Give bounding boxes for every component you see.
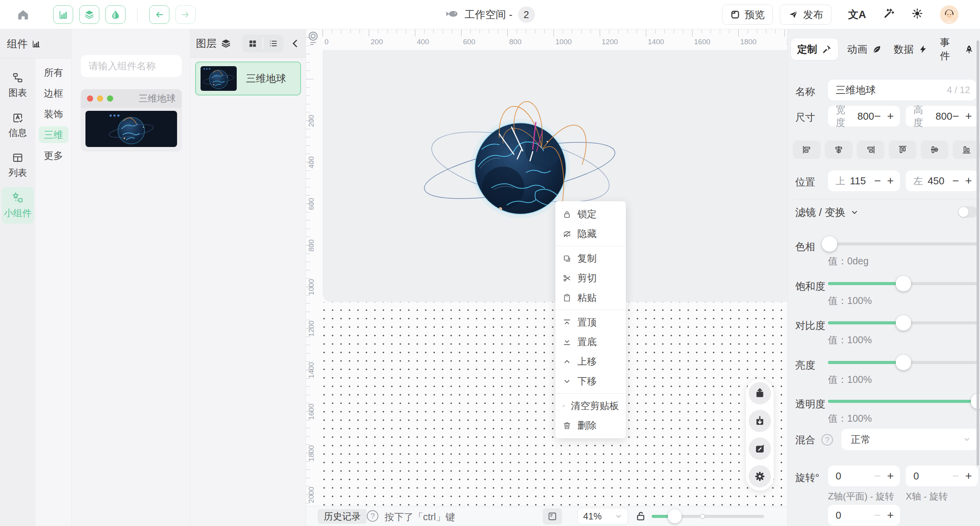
translate-icon[interactable]: 文A xyxy=(848,8,866,22)
height-plus-button[interactable]: + xyxy=(965,110,972,122)
menu-item-lock[interactable]: 锁定 xyxy=(555,204,626,224)
filter-transform-section-header[interactable]: 滤镜 / 变换 xyxy=(795,205,859,219)
undo-button[interactable] xyxy=(149,5,169,24)
saturation-slider[interactable] xyxy=(828,282,978,285)
tab-events[interactable]: 事件 xyxy=(934,38,980,60)
rot-y-minus-button[interactable]: − xyxy=(874,509,881,521)
rot-x-minus-button[interactable]: − xyxy=(952,470,959,482)
zoom-level-select[interactable]: 41% xyxy=(577,508,628,525)
zoom-unlock-icon[interactable] xyxy=(635,510,647,522)
component-card-3d-globe[interactable]: 三维地球 xyxy=(81,89,182,151)
list-view-button[interactable] xyxy=(263,35,283,52)
rot-y-plus-button[interactable]: + xyxy=(887,509,894,521)
saturation-slider-thumb[interactable] xyxy=(896,276,911,291)
rotation-x-stepper[interactable]: 0 −+ xyxy=(906,466,978,486)
hue-slider[interactable] xyxy=(828,242,978,245)
rot-x-plus-button[interactable]: + xyxy=(965,470,972,482)
ruler-origin-icon[interactable] xyxy=(307,31,321,48)
align-bottom-button[interactable] xyxy=(953,140,980,159)
menu-item-clear-clipboard[interactable]: 清空剪贴板 xyxy=(555,396,626,416)
rotation-z-stepper[interactable]: 0 −+ xyxy=(828,466,900,486)
menu-item-hide[interactable]: 隐藏 xyxy=(555,224,626,244)
nav-item-widgets[interactable]: 小组件 xyxy=(2,187,34,224)
redo-button[interactable] xyxy=(176,5,196,24)
tab-customize[interactable]: 定制 xyxy=(791,38,838,60)
menu-item-bring-to-front[interactable]: 置顶 xyxy=(555,312,626,332)
mac-dot-green-icon xyxy=(107,95,113,102)
panel-scrollbar[interactable] xyxy=(977,40,979,466)
menu-item-send-to-back[interactable]: 置底 xyxy=(555,332,626,352)
brightness-slider[interactable] xyxy=(828,361,978,364)
position-left-stepper[interactable]: 左 450 −+ xyxy=(906,170,978,191)
theme-tool-button[interactable] xyxy=(105,5,125,24)
category-decoration[interactable]: 装饰 xyxy=(38,105,69,122)
opacity-slider[interactable] xyxy=(828,400,978,403)
user-avatar[interactable] xyxy=(940,5,958,24)
menu-item-cut[interactable]: 剪切 xyxy=(555,268,626,288)
components-title: 组件 xyxy=(7,37,28,51)
category-more[interactable]: 更多 xyxy=(38,147,69,164)
rotation-y-stepper[interactable]: 0 −+ xyxy=(828,505,900,526)
brightness-slider-thumb[interactable] xyxy=(896,355,911,370)
width-stepper[interactable]: 宽度 800 −+ xyxy=(828,106,900,127)
menu-item-delete[interactable]: 删除 xyxy=(555,416,626,435)
menu-item-move-down[interactable]: 下移 xyxy=(555,371,626,391)
hue-slider-thumb[interactable] xyxy=(822,236,837,252)
align-v-center-button[interactable] xyxy=(921,140,948,159)
height-stepper[interactable]: 高度 800 −+ xyxy=(906,106,978,127)
rot-z-plus-button[interactable]: + xyxy=(887,470,894,482)
align-right-button[interactable] xyxy=(857,140,885,159)
nav-item-charts[interactable]: 图表 xyxy=(2,67,34,104)
chart-tool-button[interactable] xyxy=(53,5,73,24)
zoom-slider-thumb[interactable] xyxy=(668,509,682,523)
history-button[interactable]: 历史记录 xyxy=(318,509,367,524)
move-down-icon xyxy=(562,377,572,386)
width-minus-button[interactable]: − xyxy=(874,110,881,122)
export-button[interactable] xyxy=(749,382,771,404)
tab-data[interactable]: 数据 xyxy=(888,38,934,60)
home-icon[interactable] xyxy=(17,9,29,20)
pos-left-minus-button[interactable]: − xyxy=(952,175,959,187)
layers-tool-button[interactable] xyxy=(79,5,99,24)
canvas-area[interactable]: 0200400600800100012001400160018002 20040… xyxy=(306,29,787,506)
menu-item-copy[interactable]: 复制 xyxy=(555,249,626,268)
category-3d[interactable]: 三维 xyxy=(38,126,69,143)
import-button[interactable] xyxy=(749,410,771,432)
align-h-center-button[interactable] xyxy=(825,140,853,159)
width-plus-button[interactable]: + xyxy=(887,110,894,122)
category-all[interactable]: 所有 xyxy=(38,64,69,81)
category-border[interactable]: 边框 xyxy=(38,85,69,102)
blend-help-icon[interactable]: ? xyxy=(821,434,833,446)
blend-mode-select[interactable]: 正常 xyxy=(841,429,978,450)
magic-wand-icon[interactable] xyxy=(883,8,895,22)
rot-z-minus-button[interactable]: − xyxy=(874,470,881,482)
collapse-panel-button[interactable] xyxy=(290,38,300,48)
help-icon[interactable]: ? xyxy=(367,510,378,522)
contrast-slider-thumb[interactable] xyxy=(896,315,911,331)
nav-item-info[interactable]: 信息 xyxy=(2,107,34,144)
position-top-stepper[interactable]: 上 115 −+ xyxy=(828,170,900,191)
grid-view-button[interactable] xyxy=(242,35,263,52)
settings-button[interactable] xyxy=(749,465,771,488)
layer-item-3d-globe[interactable]: 三维地球 xyxy=(195,62,301,95)
preview-button[interactable]: 预览 xyxy=(722,5,773,25)
edit-button[interactable] xyxy=(749,437,771,460)
pos-top-plus-button[interactable]: + xyxy=(887,175,894,187)
minimap-button[interactable] xyxy=(543,508,562,524)
brightness-icon[interactable] xyxy=(911,8,923,22)
zoom-slider[interactable] xyxy=(652,515,764,518)
workspace-badge[interactable]: 2 xyxy=(518,7,535,23)
pos-top-minus-button[interactable]: − xyxy=(874,175,881,187)
nav-item-list[interactable]: 列表 xyxy=(2,147,34,184)
height-minus-button[interactable]: − xyxy=(952,110,959,122)
menu-item-move-up[interactable]: 上移 xyxy=(555,352,626,371)
publish-button[interactable]: 发布 xyxy=(780,5,831,25)
tab-animation[interactable]: 动画 xyxy=(841,38,888,60)
filter-transform-toggle[interactable] xyxy=(958,206,978,218)
align-left-button[interactable] xyxy=(793,140,821,159)
pos-left-plus-button[interactable]: + xyxy=(965,175,972,187)
align-top-button[interactable] xyxy=(889,140,916,159)
contrast-slider[interactable] xyxy=(828,321,978,324)
menu-item-paste[interactable]: 粘贴 xyxy=(555,288,626,307)
name-input[interactable]: 三维地球 4 / 12 xyxy=(828,80,976,100)
